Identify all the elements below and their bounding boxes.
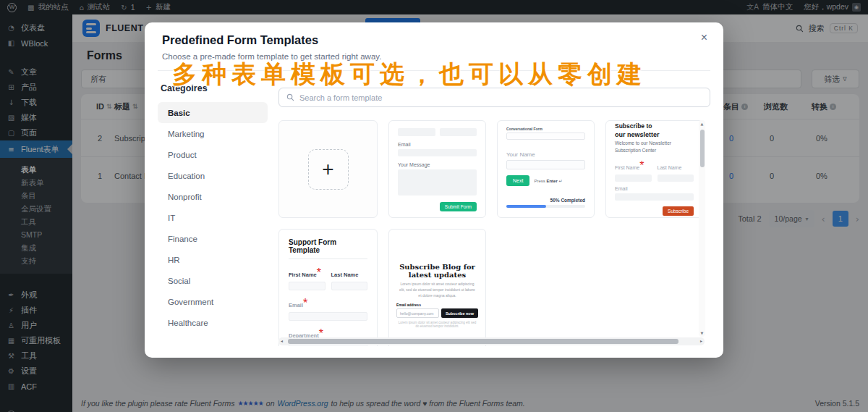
preview-label: First Name [615, 165, 639, 170]
preview-input [331, 282, 368, 290]
horizontal-scrollbar-thumb[interactable] [288, 339, 678, 344]
category-education[interactable]: Education [158, 165, 268, 186]
modal-title: Predefined Form Templates [162, 33, 318, 47]
horizontal-scrollbar[interactable]: ◂ ▸ [278, 337, 705, 345]
template-card-blog-subscribe[interactable]: Subscribe Blog for latest updates Lorem … [388, 229, 486, 346]
preview-heading: our newsletter [615, 131, 694, 138]
template-search-input[interactable] [299, 93, 702, 102]
required-mark: * [317, 266, 321, 279]
category-nonprofit[interactable]: Nonprofit [158, 186, 268, 207]
category-product[interactable]: Product [158, 144, 268, 165]
preview-body: Lorem ipsum dolor sit amet couteur adipi… [396, 281, 478, 298]
template-card-support-form[interactable]: Support Form Template First Name* Last N… [278, 229, 378, 346]
preview-email-input: hello@company.com [396, 308, 439, 318]
template-card-contact-form[interactable]: Email Your Message Submit Form [388, 120, 486, 218]
preview-progress-fill [506, 205, 546, 208]
vertical-scrollbar[interactable]: ▲ ▼ [699, 120, 705, 337]
plus-icon: + [308, 149, 349, 190]
preview-input [506, 133, 585, 140]
preview-heading: Conversational Form [506, 127, 585, 131]
template-card-blank-form[interactable]: + [278, 120, 378, 218]
preview-input [398, 149, 477, 156]
preview-label: Email address [396, 303, 478, 307]
preview-label: Email [398, 142, 477, 147]
search-icon [286, 93, 294, 101]
category-government[interactable]: Government [158, 291, 268, 312]
category-healthcare[interactable]: Healthcare [158, 312, 268, 333]
preview-textarea [398, 169, 477, 196]
preview-input [289, 282, 326, 290]
scroll-up-icon[interactable]: ▲ [699, 122, 705, 126]
categories-list: Basic Marketing Product Education Nonpro… [158, 102, 268, 333]
enter-arrow-icon: ↵ [558, 179, 562, 183]
preview-progress-label: 50% Completed [506, 198, 585, 203]
preview-label: Last Name [658, 165, 682, 170]
category-it[interactable]: IT [158, 207, 268, 228]
preview-heading: Subscribe Blog for latest updates [396, 263, 478, 279]
preview-input [615, 175, 652, 182]
preview-input [440, 128, 477, 136]
required-mark: * [303, 297, 307, 309]
preview-next-button: Next [506, 175, 529, 186]
template-card-newsletter[interactable]: Subscribe to our newsletter Welcome to o… [605, 120, 703, 218]
preview-hint: Press Enter ↵ [534, 178, 562, 183]
preview-label: First Name [289, 272, 317, 278]
close-icon[interactable]: × [701, 31, 707, 44]
preview-label: Email [289, 302, 303, 308]
preview-subscribe-button: Subscribe [663, 206, 694, 216]
annotation-caption: 多种表单模板可选，也可以从零创建 [172, 58, 647, 91]
category-social[interactable]: Social [158, 270, 268, 291]
category-finance[interactable]: Finance [158, 228, 268, 249]
preview-label: Last Name [331, 272, 359, 278]
preview-input [398, 128, 435, 136]
preview-label: Your Message [398, 162, 477, 167]
preview-heading: Support Form Template [289, 238, 367, 259]
preview-label: Your Name [506, 151, 585, 158]
preview-submit-button: Submit Form [440, 202, 477, 211]
preview-progress-track [506, 205, 585, 208]
category-hr[interactable]: HR [158, 249, 268, 270]
preview-input [615, 193, 694, 201]
preview-input [506, 160, 585, 169]
scroll-right-icon[interactable]: ▸ [700, 338, 702, 343]
templates-grid: + Email Your Message Submit Form Convers… [278, 114, 710, 346]
preview-label: Email [615, 186, 694, 191]
category-basic[interactable]: Basic [158, 102, 268, 123]
required-mark: * [639, 159, 644, 172]
preview-input [289, 312, 367, 321]
preview-caption: Lorem ipsum dolor sit amet couteur adipi… [396, 321, 478, 328]
vertical-scrollbar-thumb[interactable] [700, 130, 705, 167]
preview-heading-cut: Subscribe to [615, 122, 694, 130]
scroll-left-icon[interactable]: ◂ [281, 338, 283, 343]
screen: W ▩我的站点 ⌂测试站 ↻1 +新建 文A简体中文 您好，wpdev◉ ◔仪表… [0, 0, 868, 412]
preview-subscribe-button: Subscribe now [441, 308, 478, 318]
preview-input [658, 175, 694, 182]
scroll-down-icon[interactable]: ▼ [699, 331, 705, 335]
category-marketing[interactable]: Marketing [158, 123, 268, 144]
template-card-conversational-form[interactable]: Conversational Form Your Name Next Press… [497, 120, 595, 218]
preview-subheading: Welcome to our Newsletter Subscription C… [615, 140, 694, 154]
